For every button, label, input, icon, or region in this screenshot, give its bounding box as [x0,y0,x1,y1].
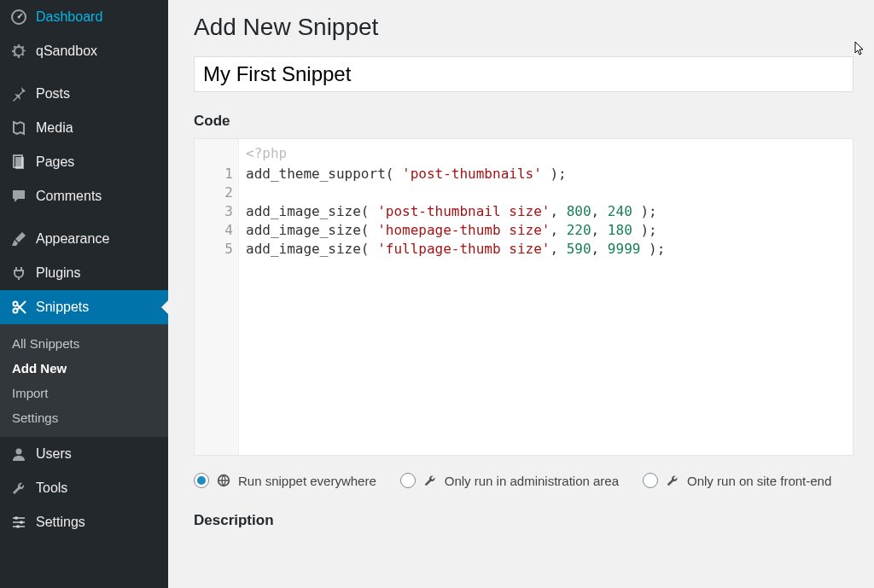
scope-option-2[interactable]: Only run on site front-end [643,473,831,488]
page-icon [10,154,27,171]
line-number: 5 [200,240,233,259]
sidebar-item-label: Media [36,120,73,136]
sliders-icon [10,514,27,531]
scissors-icon [10,299,27,316]
wrench-icon [422,473,438,488]
submenu-item-import[interactable]: Import [0,381,168,405]
sidebar-item-label: qSandbox [36,44,97,59]
sidebar-item-label: Snippets [36,300,89,315]
sidebar-item-label: Comments [36,189,102,204]
scope-option-1[interactable]: Only run in administration area [400,473,619,488]
media-icon [10,119,27,137]
radio-button[interactable] [194,473,209,488]
wrench-icon [10,480,27,497]
radio-button[interactable] [643,473,658,488]
svg-point-8 [20,521,23,524]
globe-icon [216,473,231,488]
sidebar-item-posts[interactable]: Posts [0,77,168,111]
php-open-tag: <?php [246,144,848,163]
wrench-icon [665,473,680,488]
editor-code-area[interactable]: <?phpadd_theme_support( 'post-thumbnails… [239,139,853,455]
sidebar-item-plugins[interactable]: Plugins [0,256,168,290]
line-number: 1 [200,165,233,183]
pin-icon [10,85,27,102]
line-number: 4 [200,221,233,240]
sidebar-item-label: Appearance [36,231,109,247]
dashboard-icon [10,9,27,26]
sidebar-item-appearance[interactable]: Appearance [0,222,168,256]
sidebar-item-label: Dashboard [36,9,102,25]
code-section-label: Code [194,113,854,130]
svg-point-1 [18,16,20,19]
sidebar-item-label: Tools [36,480,67,496]
sidebar-item-tools[interactable]: Tools [0,471,168,505]
page-title: Add New Snippet [194,14,854,41]
editor-gutter: 12345 [195,139,239,455]
radio-button[interactable] [400,473,416,488]
description-section-label: Description [194,512,854,529]
sidebar-item-label: Plugins [36,265,80,281]
comment-icon [10,188,27,205]
code-line[interactable]: add_image_size( 'post-thumbnail size', 8… [246,202,848,221]
submenu-item-add-new[interactable]: Add New [0,356,168,381]
code-line[interactable]: add_image_size( 'fullpage-thumb size', 5… [246,240,848,259]
sidebar-item-label: Pages [36,154,74,170]
scope-option-label: Only run on site front-end [687,474,831,488]
snippets-submenu: All SnippetsAdd NewImportSettings [0,324,168,437]
sidebar-item-comments[interactable]: Comments [0,179,168,213]
scope-option-label: Only run in administration area [445,474,619,488]
snippet-title-input[interactable] [194,56,854,92]
brush-icon [10,230,27,247]
sidebar-item-pages[interactable]: Pages [0,145,168,179]
sidebar-item-qsandbox[interactable]: qSandbox [0,34,168,68]
sidebar-item-label: Settings [36,515,85,530]
sidebar-item-label: Users [36,446,72,462]
scope-option-label: Run snippet everywhere [238,474,376,488]
svg-point-9 [16,525,20,528]
submenu-item-all-snippets[interactable]: All Snippets [0,331,168,356]
code-editor[interactable]: 12345 <?phpadd_theme_support( 'post-thum… [194,138,854,456]
user-icon [10,445,27,463]
svg-point-6 [16,449,22,455]
plug-icon [10,265,27,282]
sidebar-item-label: Posts [36,86,70,102]
sidebar-item-dashboard[interactable]: Dashboard [0,0,168,34]
code-line[interactable]: add_image_size( 'homepage-thumb size', 2… [246,221,848,240]
admin-sidebar: DashboardqSandboxPostsMediaPagesComments… [0,0,168,588]
code-line[interactable]: add_theme_support( 'post-thumbnails' ); [246,165,848,183]
sidebar-item-settings[interactable]: Settings [0,505,168,539]
svg-point-7 [15,516,18,520]
svg-rect-3 [15,157,24,169]
scope-radio-group: Run snippet everywhereOnly run in admini… [194,473,854,488]
code-line[interactable] [246,183,848,202]
scope-option-0[interactable]: Run snippet everywhere [194,473,376,488]
line-number: 2 [200,183,233,202]
sidebar-item-snippets[interactable]: Snippets [0,290,168,324]
gear-icon [10,43,27,60]
main-content: Add New Snippet Code 12345 <?phpadd_them… [168,0,874,588]
line-number: 3 [200,202,233,221]
submenu-item-settings[interactable]: Settings [0,405,168,430]
sidebar-item-users[interactable]: Users [0,437,168,471]
sidebar-item-media[interactable]: Media [0,111,168,145]
